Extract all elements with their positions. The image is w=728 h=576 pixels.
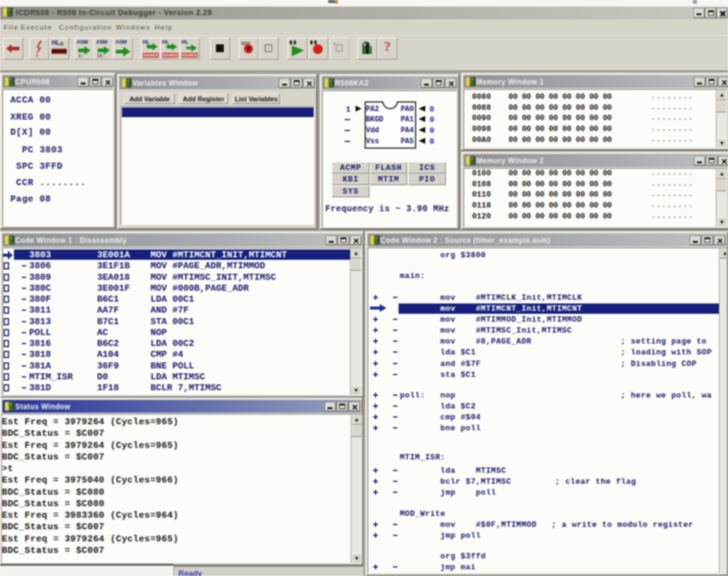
svg-text:1↓: 1↓ <box>78 53 83 58</box>
svg-text:↓: ↓ <box>166 44 168 48</box>
svg-text:1: 1 <box>146 44 149 48</box>
svg-text:11↓: 11↓ <box>97 53 104 58</box>
